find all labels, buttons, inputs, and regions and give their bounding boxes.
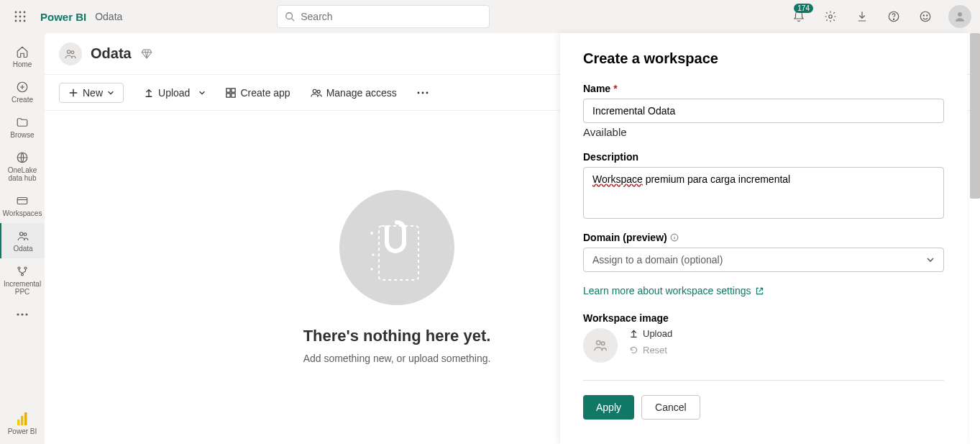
- domain-select[interactable]: Assign to a domain (optional): [583, 248, 944, 272]
- rail-workspaces[interactable]: Workspaces: [0, 188, 45, 223]
- more-button[interactable]: [417, 91, 429, 94]
- description-input[interactable]: Workspace premium para carga incremental: [583, 167, 944, 219]
- svg-rect-34: [226, 88, 230, 91]
- button-label: Upload: [158, 87, 190, 99]
- panel-title: Create a workspace: [583, 50, 944, 67]
- rail-home[interactable]: Home: [0, 39, 45, 74]
- svg-rect-20: [17, 198, 27, 204]
- ellipsis-icon: [417, 91, 429, 94]
- chevron-down-icon: [107, 89, 114, 96]
- svg-point-27: [21, 313, 23, 315]
- search-box[interactable]: [277, 5, 490, 28]
- avatar[interactable]: [948, 5, 971, 28]
- workspace-avatar-icon: [59, 42, 82, 65]
- powerbi-icon: [15, 412, 29, 426]
- workspace-title: Odata: [91, 45, 132, 62]
- app-launcher-icon[interactable]: [9, 5, 32, 28]
- brand-label[interactable]: Power BI: [40, 11, 86, 23]
- svg-point-1: [19, 12, 22, 14]
- premium-diamond-icon: [140, 47, 153, 60]
- people-icon: [16, 229, 30, 243]
- button-label: New: [83, 87, 103, 99]
- search-icon: [285, 12, 295, 22]
- ellipsis-icon: [15, 307, 29, 322]
- rail-label: Power BI: [8, 427, 37, 435]
- upload-icon: [144, 88, 154, 98]
- external-link-icon: [755, 286, 764, 296]
- left-nav-rail: Home Create Browse OneLake data hub Work…: [0, 33, 45, 444]
- svg-point-25: [22, 273, 24, 276]
- workspace-image-placeholder-icon: [583, 328, 618, 363]
- manage-access-button[interactable]: Manage access: [311, 87, 397, 99]
- upload-button[interactable]: Upload: [144, 87, 206, 99]
- svg-point-6: [15, 20, 17, 22]
- help-icon[interactable]: [885, 8, 902, 25]
- svg-point-41: [421, 91, 423, 94]
- svg-point-16: [927, 15, 928, 16]
- rail-label: Workspaces: [3, 209, 42, 217]
- svg-point-0: [15, 12, 17, 14]
- rail-powerbi[interactable]: Power BI: [0, 406, 45, 444]
- plus-icon: [68, 88, 78, 98]
- breadcrumb-sub[interactable]: Odata: [95, 11, 122, 22]
- chevron-down-icon: [198, 89, 206, 96]
- svg-rect-35: [232, 88, 235, 91]
- search-input[interactable]: [301, 11, 482, 22]
- rail-onelake[interactable]: OneLake data hub: [0, 145, 45, 188]
- svg-point-24: [24, 267, 27, 269]
- branch-icon: [15, 264, 29, 278]
- apply-button[interactable]: Apply: [583, 395, 634, 420]
- rail-create[interactable]: Create: [0, 74, 45, 109]
- rail-incremental-ppc[interactable]: Incremental PPC: [0, 258, 45, 302]
- feedback-icon[interactable]: [917, 8, 934, 25]
- svg-rect-31: [24, 412, 27, 425]
- svg-point-46: [597, 341, 601, 345]
- learn-more-link[interactable]: Learn more about workspace settings: [583, 285, 944, 296]
- svg-point-11: [829, 15, 833, 19]
- create-workspace-panel: Create a workspace Name* Available Descr…: [560, 33, 967, 444]
- svg-point-33: [71, 50, 74, 53]
- rail-label: Browse: [10, 131, 34, 139]
- panel-actions: Apply Cancel: [583, 395, 944, 420]
- workspace-image-row: Upload Reset: [583, 328, 944, 363]
- workspace-image-label: Workspace image: [583, 312, 944, 324]
- name-input[interactable]: [583, 99, 944, 123]
- rail-label: Create: [12, 96, 33, 104]
- name-status: Available: [583, 126, 944, 138]
- settings-icon[interactable]: [822, 8, 839, 25]
- svg-point-22: [24, 233, 27, 236]
- svg-point-26: [17, 313, 19, 315]
- info-icon: [670, 233, 679, 242]
- empty-state: There's nothing here yet. Add something …: [174, 111, 620, 364]
- workspace-image-upload[interactable]: Upload: [629, 328, 672, 339]
- scrollbar[interactable]: [970, 33, 980, 199]
- rail-label: Incremental PPC: [0, 280, 45, 296]
- svg-point-28: [25, 313, 27, 315]
- svg-point-38: [313, 89, 316, 93]
- rail-more[interactable]: [0, 302, 45, 327]
- svg-point-13: [893, 19, 894, 19]
- empty-illustration: [339, 190, 454, 305]
- svg-rect-37: [232, 93, 235, 96]
- svg-point-8: [24, 20, 26, 22]
- chevron-down-icon: [926, 255, 935, 264]
- download-icon[interactable]: [853, 8, 871, 25]
- button-label: Manage access: [326, 87, 397, 99]
- svg-point-47: [601, 342, 605, 345]
- create-app-button[interactable]: Create app: [226, 87, 290, 99]
- button-label: Create app: [240, 87, 290, 99]
- svg-point-40: [417, 91, 419, 94]
- upload-icon: [629, 329, 638, 338]
- cancel-button[interactable]: Cancel: [641, 395, 700, 420]
- svg-point-14: [920, 12, 930, 22]
- rail-odata[interactable]: Odata: [0, 223, 45, 258]
- rail-browse[interactable]: Browse: [0, 109, 45, 145]
- new-button[interactable]: New: [59, 83, 124, 103]
- notification-icon[interactable]: 174: [790, 8, 807, 25]
- home-icon: [15, 45, 29, 59]
- svg-point-39: [317, 90, 320, 93]
- svg-rect-29: [17, 420, 20, 425]
- description-label: Description: [583, 151, 944, 163]
- browse-icon: [15, 115, 29, 130]
- svg-line-10: [292, 19, 295, 22]
